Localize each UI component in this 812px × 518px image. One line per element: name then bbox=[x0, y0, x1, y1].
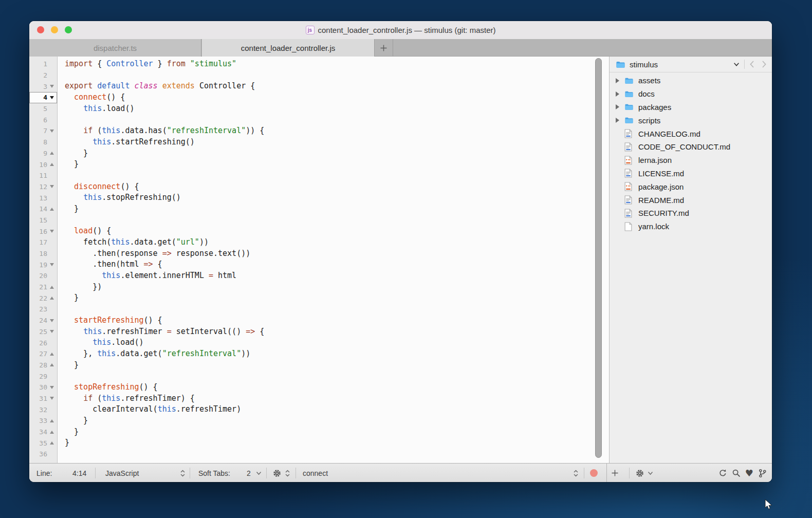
code-line[interactable]: }, this.data.get("refreshInterval")) bbox=[65, 348, 594, 360]
tree-file-lerna-json[interactable]: lerna.json bbox=[610, 154, 772, 167]
soft-tabs-chevron[interactable] bbox=[256, 464, 262, 482]
gutter-line[interactable]: 27 bbox=[29, 348, 57, 360]
fold-close-arrow-icon[interactable] bbox=[50, 286, 54, 289]
sidebar-actions-button[interactable] bbox=[635, 464, 644, 482]
code-line[interactable]: if (this.data.has("refreshInterval")) { bbox=[65, 125, 594, 137]
gutter-line[interactable]: 8 bbox=[29, 137, 57, 148]
tree-file-yarn-lock[interactable]: yarn.lock bbox=[610, 220, 772, 233]
fold-close-arrow-icon[interactable] bbox=[50, 363, 54, 366]
code-line[interactable]: } bbox=[65, 415, 594, 427]
search-button[interactable] bbox=[732, 469, 741, 477]
code-line[interactable]: } bbox=[65, 360, 594, 371]
fold-open-arrow-icon[interactable] bbox=[50, 263, 54, 266]
fold-close-arrow-icon[interactable] bbox=[50, 297, 54, 300]
code-line[interactable]: fetch(this.data.get("url")) bbox=[65, 237, 594, 248]
gutter-line[interactable]: 23 bbox=[29, 304, 57, 315]
gutter-line[interactable]: 13 bbox=[29, 192, 57, 203]
fold-close-arrow-icon[interactable] bbox=[50, 431, 54, 434]
disclosure-triangle-icon[interactable] bbox=[616, 78, 619, 83]
tree-folder-docs[interactable]: docs bbox=[610, 87, 772, 101]
reload-button[interactable] bbox=[718, 469, 727, 477]
favorites-button[interactable]: ♥ bbox=[745, 469, 753, 478]
code-line[interactable]: } bbox=[65, 437, 594, 449]
gutter-line[interactable]: 35 bbox=[29, 437, 57, 449]
disclosure-triangle-icon[interactable] bbox=[616, 104, 619, 109]
soft-tabs-value[interactable]: 2 bbox=[247, 464, 251, 482]
code-line[interactable] bbox=[65, 371, 594, 382]
project-root-name[interactable]: stimulus bbox=[630, 60, 733, 69]
bundle-actions-button[interactable] bbox=[272, 464, 282, 482]
code-line[interactable]: connect() { bbox=[65, 92, 594, 103]
code-line[interactable]: } bbox=[65, 148, 594, 159]
gutter-line[interactable]: 26 bbox=[29, 337, 57, 348]
fold-close-arrow-icon[interactable] bbox=[50, 441, 54, 445]
fold-open-arrow-icon[interactable] bbox=[50, 386, 54, 389]
code-line[interactable]: this.element.innerHTML = html bbox=[65, 270, 594, 282]
gutter-line[interactable]: 1 bbox=[29, 59, 57, 70]
new-tab-button[interactable] bbox=[374, 39, 393, 57]
gutter-line[interactable]: 5 bbox=[29, 103, 57, 115]
disclosure-triangle-icon[interactable] bbox=[616, 118, 619, 123]
gutter-line[interactable]: 10 bbox=[29, 159, 57, 170]
gutter-line[interactable]: 17 bbox=[29, 237, 57, 248]
gutter-line[interactable]: 33 bbox=[29, 415, 57, 427]
tree-file-license-md[interactable]: LICENSE.md bbox=[610, 167, 772, 180]
code-line[interactable] bbox=[65, 170, 594, 181]
tree-file-changelog-md[interactable]: CHANGELOG.md bbox=[610, 127, 772, 140]
scrollbar-thumb[interactable] bbox=[595, 58, 602, 458]
fold-open-arrow-icon[interactable] bbox=[50, 96, 54, 99]
macro-record-button[interactable] bbox=[590, 464, 598, 482]
gutter-line[interactable]: 4 bbox=[29, 92, 57, 103]
fold-open-arrow-icon[interactable] bbox=[50, 319, 54, 322]
gutter-line[interactable]: 22 bbox=[29, 292, 57, 304]
code-line[interactable]: } bbox=[65, 159, 594, 170]
gutter-line[interactable]: 34 bbox=[29, 427, 57, 438]
code-line[interactable]: } bbox=[65, 203, 594, 215]
code-line[interactable]: this.startRefreshing() bbox=[65, 137, 594, 148]
sidebar-actions-chevron[interactable] bbox=[648, 464, 653, 482]
tree-file-security-md[interactable]: SECURITY.md bbox=[610, 207, 772, 220]
fold-open-arrow-icon[interactable] bbox=[50, 230, 54, 233]
fold-open-arrow-icon[interactable] bbox=[50, 330, 54, 333]
code-line[interactable]: if (this.refreshTimer) { bbox=[65, 393, 594, 404]
code-line[interactable]: import { Controller } from "stimulus" bbox=[65, 59, 594, 70]
scm-branch-button[interactable] bbox=[758, 469, 767, 478]
code-line[interactable]: this.stopRefreshing() bbox=[65, 192, 594, 203]
code-line[interactable]: }) bbox=[65, 282, 594, 293]
tree-file-package-json[interactable]: package.json bbox=[610, 180, 772, 193]
tree-file-code-of-conduct-md[interactable]: CODE_OF_CONDUCT.md bbox=[610, 140, 772, 154]
fold-close-arrow-icon[interactable] bbox=[50, 152, 54, 155]
code-line[interactable]: } bbox=[65, 292, 594, 304]
language-selector[interactable]: JavaScript bbox=[105, 464, 139, 482]
gutter-line[interactable]: 19 bbox=[29, 259, 57, 270]
gutter-line[interactable]: 3 bbox=[29, 81, 57, 92]
tree-folder-assets[interactable]: assets bbox=[610, 74, 772, 87]
code-line[interactable]: load() { bbox=[65, 226, 594, 237]
nav-back-button[interactable] bbox=[749, 60, 754, 68]
code-line[interactable]: export default class extends Controller … bbox=[65, 81, 594, 92]
editor-scrollbar[interactable] bbox=[595, 57, 602, 463]
gutter-line[interactable]: 6 bbox=[29, 114, 57, 125]
code-line[interactable]: disconnect() { bbox=[65, 181, 594, 193]
gutter-line[interactable]: 20 bbox=[29, 270, 57, 282]
project-menu-button[interactable] bbox=[733, 62, 740, 67]
gutter-line[interactable]: 18 bbox=[29, 248, 57, 260]
gutter-line[interactable]: 16 bbox=[29, 226, 57, 237]
gutter-line[interactable]: 29 bbox=[29, 371, 57, 382]
code-line[interactable] bbox=[65, 215, 594, 226]
gutter-line[interactable]: 14 bbox=[29, 203, 57, 215]
sidebar-add-button[interactable] bbox=[611, 464, 619, 482]
bundle-actions-chevrons[interactable] bbox=[285, 464, 290, 482]
code-line[interactable] bbox=[65, 449, 594, 460]
code-line[interactable]: .then(response => response.text()) bbox=[65, 248, 594, 260]
code-line[interactable]: clearInterval(this.refreshTimer) bbox=[65, 404, 594, 415]
code-line[interactable] bbox=[65, 304, 594, 315]
symbol-selector[interactable]: connect bbox=[303, 464, 328, 482]
gutter-line[interactable]: 12 bbox=[29, 181, 57, 193]
code-line[interactable]: this.load() bbox=[65, 337, 594, 348]
gutter-line[interactable]: 24 bbox=[29, 315, 57, 326]
language-selector-chevrons[interactable] bbox=[180, 464, 186, 482]
code-line[interactable] bbox=[65, 70, 594, 81]
fold-open-arrow-icon[interactable] bbox=[50, 185, 54, 188]
code-line[interactable]: this.load() bbox=[65, 103, 594, 115]
